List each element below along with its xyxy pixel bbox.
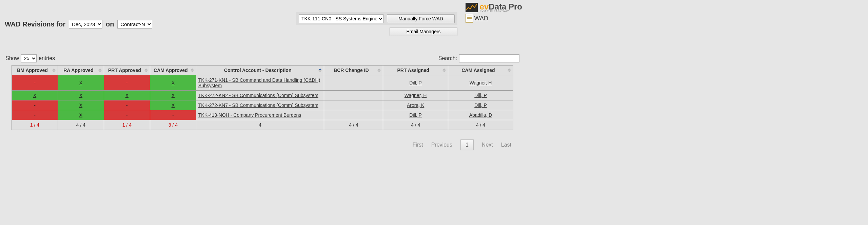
pager-last[interactable]: Last (501, 142, 511, 148)
table-row: -X-XTKK-272-KN7 - SB Communications (Com… (12, 100, 513, 110)
footer-ra: 4 / 4 (58, 120, 104, 130)
ra-approved-link[interactable]: X (79, 112, 82, 118)
prt-status-cell: - (104, 110, 150, 120)
ra-status-cell: X (58, 75, 104, 91)
month-select[interactable]: Dec, 2023 (69, 20, 102, 29)
bcr-cell (324, 110, 383, 120)
cam-assigned-cell: Abadilla, D (448, 110, 513, 120)
footer-desc: 4 (196, 120, 324, 130)
brand-swatch-icon (466, 3, 478, 12)
email-managers-button[interactable]: Email Managers (390, 27, 457, 36)
col-prt-assigned[interactable]: PRT Assigned (383, 65, 448, 75)
search-input[interactable] (459, 54, 519, 62)
cam-approved-link[interactable]: X (172, 80, 175, 86)
description-cell: TKK-272-KN7 - SB Communications (Comm) S… (196, 100, 324, 110)
sort-icon (98, 69, 102, 72)
control-account-link[interactable]: TKK-272-KN2 - SB Communications (Comm) S… (198, 93, 318, 98)
bm-status-cell: - (12, 75, 58, 91)
table-row: -X--TKK-413-NOH - Company Procurement Bu… (12, 110, 513, 120)
cam-assigned-link[interactable]: Wagner, H (470, 80, 492, 86)
control-account-link[interactable]: TKK-272-KN7 - SB Communications (Comm) S… (198, 102, 318, 108)
prt-assigned-link[interactable]: Dill, P (409, 112, 422, 118)
svg-rect-0 (466, 3, 478, 12)
on-label: on (106, 20, 114, 28)
sort-icon (377, 69, 381, 72)
control-account-link[interactable]: TKK-413-NOH - Company Procurement Burden… (198, 112, 301, 118)
col-cam-approved[interactable]: CAM Approved (150, 65, 196, 75)
description-cell: TKK-271-KN1 - SB Command and Data Handli… (196, 75, 324, 91)
bm-status-cell: - (12, 100, 58, 110)
ra-approved-link[interactable]: X (79, 93, 82, 98)
sort-icon (442, 69, 446, 72)
prt-assigned-link[interactable]: Wagner, H (405, 93, 427, 98)
prt-status-cell: - (104, 75, 150, 91)
footer-prt-assigned: 4 / 4 (383, 120, 448, 130)
cam-assigned-cell: Dill, P (448, 100, 513, 110)
footer-cam-assigned: 4 / 4 (448, 120, 513, 130)
description-cell: TKK-272-KN2 - SB Communications (Comm) S… (196, 91, 324, 100)
footer-bm: 1 / 4 (12, 120, 58, 130)
pager-next[interactable]: Next (482, 142, 493, 148)
systems-select[interactable]: TKK-111-CN0 - SS Systems Engineer (299, 14, 383, 23)
table-row: XXXXTKK-272-KN2 - SB Communications (Com… (12, 91, 513, 100)
ra-approved-link[interactable]: X (79, 102, 82, 108)
entries-label: entries (39, 55, 55, 61)
col-ra-approved[interactable]: RA Approved (58, 65, 104, 75)
contract-select[interactable]: Contract-N (117, 20, 152, 29)
col-bm-approved[interactable]: BM Approved (12, 65, 58, 75)
cam-approved-link[interactable]: X (172, 102, 175, 108)
cam-assigned-link[interactable]: Abadilla, D (469, 112, 492, 118)
prt-assigned-cell: Arora, K (383, 100, 448, 110)
prt-status-cell: - (104, 100, 150, 110)
table-row: -X-XTKK-271-KN1 - SB Command and Data Ha… (12, 75, 513, 91)
cam-status-cell: X (150, 100, 196, 110)
bcr-cell (324, 100, 383, 110)
force-wad-button[interactable]: Manually Force WAD (387, 14, 455, 23)
prt-approved-link[interactable]: X (125, 93, 129, 98)
pager-first[interactable]: First (413, 142, 423, 148)
bm-status-cell: - (12, 110, 58, 120)
cam-status-cell: X (150, 75, 196, 91)
search-label: Search: (438, 55, 457, 61)
show-label: Show (5, 55, 19, 61)
pager-previous[interactable]: Previous (431, 142, 452, 148)
cam-assigned-link[interactable]: Dill, P (474, 93, 487, 98)
pager-current[interactable]: 1 (460, 139, 474, 150)
prt-assigned-cell: Dill, P (383, 75, 448, 91)
cam-status-cell: - (150, 110, 196, 120)
sort-icon (144, 69, 148, 72)
ra-status-cell: X (58, 100, 104, 110)
col-cam-assigned[interactable]: CAM Assigned (448, 65, 513, 75)
cam-assigned-link[interactable]: Dill, P (474, 102, 487, 108)
col-prt-approved[interactable]: PRT Approved (104, 65, 150, 75)
bm-approved-link[interactable]: X (33, 93, 36, 98)
prt-assigned-cell: Wagner, H (383, 91, 448, 100)
footer-cam: 3 / 4 (150, 120, 196, 130)
cam-status-cell: X (150, 91, 196, 100)
bcr-cell (324, 75, 383, 91)
sort-icon (318, 69, 322, 72)
prt-assigned-link[interactable]: Arora, K (407, 102, 424, 108)
ra-status-cell: X (58, 110, 104, 120)
description-cell: TKK-413-NOH - Company Procurement Burden… (196, 110, 324, 120)
page-size-select[interactable]: 25 (21, 54, 37, 62)
ra-approved-link[interactable]: X (79, 80, 82, 86)
sort-icon (191, 69, 194, 72)
sort-icon (508, 69, 511, 72)
brand-logo: evData Pro EVM THE EASY WAY (466, 2, 522, 13)
prt-status-cell: X (104, 91, 150, 100)
wad-link[interactable]: WAD (474, 15, 488, 22)
ra-status-cell: X (58, 91, 104, 100)
footer-prt: 1 / 4 (104, 120, 150, 130)
cam-assigned-cell: Dill, P (448, 91, 513, 100)
control-account-link[interactable]: TKK-271-KN1 - SB Command and Data Handli… (198, 77, 320, 88)
col-description[interactable]: Control Account - Description (196, 65, 324, 75)
sort-icon (52, 69, 56, 72)
page-title: WAD Revisions for (5, 20, 65, 28)
bcr-cell (324, 91, 383, 100)
document-icon (466, 14, 473, 23)
cam-approved-link[interactable]: X (172, 93, 175, 98)
col-bcr[interactable]: BCR Change ID (324, 65, 383, 75)
footer-bcr: 4 / 4 (324, 120, 383, 130)
prt-assigned-link[interactable]: Dill, P (409, 80, 422, 86)
